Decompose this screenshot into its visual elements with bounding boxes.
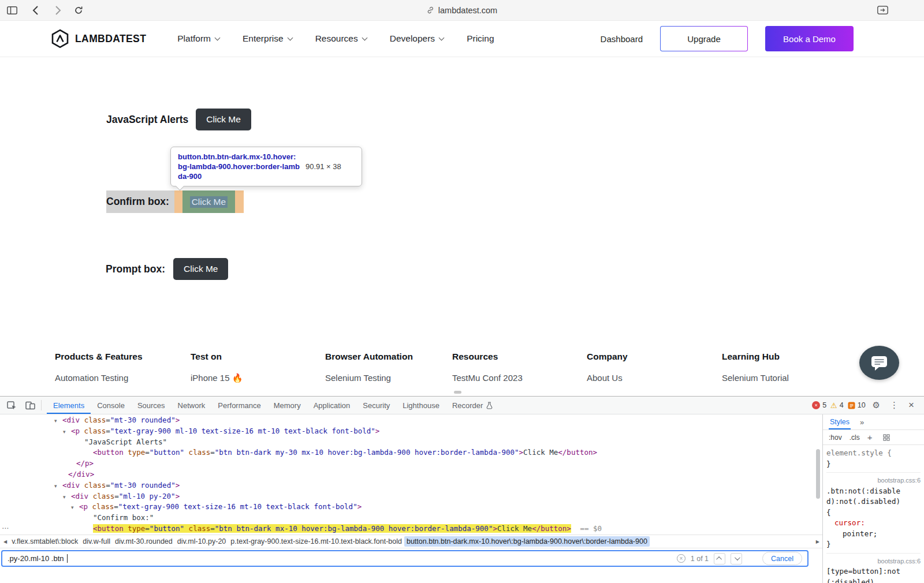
book-demo-button[interactable]: Book a Demo bbox=[765, 26, 854, 51]
devtools-tab-performance[interactable]: Performance bbox=[211, 397, 267, 414]
elements-scrollbar[interactable] bbox=[816, 449, 820, 499]
devtools-tab-network[interactable]: Network bbox=[172, 397, 212, 414]
margin-overlay-left bbox=[174, 190, 182, 213]
selected-node-flag: == $0 bbox=[576, 524, 602, 533]
elements-tree-node[interactable]: ▾<div class="ml-10 py-20"> bbox=[0, 491, 822, 502]
margin-overlay-right bbox=[235, 190, 244, 213]
devtools-tab-console[interactable]: Console bbox=[91, 397, 131, 414]
sidebar-expand-icon[interactable]: » bbox=[860, 418, 864, 427]
previous-match-button[interactable] bbox=[714, 553, 725, 565]
nav-item-developers[interactable]: Developers bbox=[390, 33, 444, 44]
expand-arrow-icon[interactable]: ▾ bbox=[71, 502, 79, 513]
nav-item-resources[interactable]: Resources bbox=[315, 33, 367, 44]
alerts-click-me-button[interactable]: Click Me bbox=[196, 109, 251, 130]
expand-arrow-icon[interactable]: ▾ bbox=[63, 492, 71, 503]
clear-search-icon[interactable]: × bbox=[677, 554, 685, 563]
flask-icon bbox=[486, 402, 493, 409]
crumbs-scroll-right-icon[interactable]: ▶ bbox=[816, 539, 819, 544]
expand-arrow-icon[interactable]: ▾ bbox=[54, 481, 62, 492]
issues-badge[interactable]: 10 bbox=[848, 401, 866, 409]
elements-tree[interactable]: ⋯ ▾<div class="mt-30 rounded">▾<p class=… bbox=[0, 414, 822, 535]
footer-link[interactable]: Automation Testing bbox=[55, 373, 143, 383]
devtools-tab-application[interactable]: Application bbox=[307, 397, 357, 414]
devtools-resize-handle[interactable] bbox=[454, 391, 461, 394]
dashboard-link[interactable]: Dashboard bbox=[601, 34, 643, 44]
upgrade-button[interactable]: Upgrade bbox=[660, 26, 748, 51]
elements-tree-node[interactable]: "JavaScript Alerts" bbox=[0, 437, 822, 448]
breadcrumb-item[interactable]: div.mt-30.rounded bbox=[113, 536, 175, 547]
browser-action-icon[interactable] bbox=[877, 6, 888, 14]
elements-tree-node[interactable]: </p> bbox=[0, 458, 822, 469]
breadcrumb-item[interactable]: button.btn.btn-dark.mx-10.hover\:bg-lamb… bbox=[404, 536, 650, 547]
inspect-tooltip: button.btn.btn-dark.mx-10.hover: bg-lamb… bbox=[170, 147, 362, 186]
breadcrumb-item[interactable]: p.text-gray-900.text-size-16.mt-10.text-… bbox=[228, 536, 404, 547]
console-warnings-badge[interactable]: ⚠ 4 bbox=[830, 401, 844, 409]
style-line-sel: d):not(.disabled) bbox=[826, 496, 921, 507]
confirm-click-me-button[interactable]: Click Me bbox=[182, 190, 235, 213]
footer-link[interactable]: TestMu Conf 2023 bbox=[452, 373, 523, 383]
footer-link[interactable]: iPhone 15 🔥 bbox=[191, 373, 243, 383]
nav-item-enterprise[interactable]: Enterprise bbox=[243, 33, 292, 44]
device-toolbar-icon[interactable] bbox=[21, 397, 39, 414]
grid-toggle-icon[interactable] bbox=[883, 434, 890, 441]
settings-gear-icon[interactable]: ⚙ bbox=[870, 400, 883, 410]
footer-column: Browser AutomationSelenium Testing bbox=[325, 352, 413, 383]
prompt-box-label: Prompt box: bbox=[106, 263, 165, 275]
expand-arrow-icon[interactable]: ▾ bbox=[63, 427, 71, 438]
more-options-icon[interactable]: ⋮ bbox=[887, 400, 901, 410]
element-dimensions: 90.91 × 38 bbox=[305, 162, 341, 171]
lambdatest-logo[interactable]: LAMBDATEST bbox=[51, 29, 146, 48]
confirm-box-label: Confirm box: bbox=[106, 190, 174, 213]
node-options-dots-icon[interactable]: ⋯ bbox=[2, 524, 9, 532]
devtools-tab-lighthouse[interactable]: Lighthouse bbox=[396, 397, 446, 414]
style-line-link[interactable]: bootstrap.css:6 bbox=[826, 472, 921, 486]
crumbs-scroll-left-icon[interactable]: ◀ bbox=[3, 539, 7, 544]
console-errors-badge[interactable]: × 5 bbox=[812, 401, 826, 409]
elements-tree-node[interactable]: <button type="button" class="btn btn-dar… bbox=[0, 524, 822, 535]
footer-link[interactable]: About Us bbox=[587, 373, 628, 383]
devtools-tab-memory[interactable]: Memory bbox=[267, 397, 307, 414]
sidebar-toggle-icon[interactable] bbox=[7, 6, 17, 14]
devtools-tab-recorder[interactable]: Recorder bbox=[446, 397, 499, 414]
footer-column: Test oniPhone 15 🔥 bbox=[191, 352, 243, 383]
elements-tree-node[interactable]: "Confirm box:" bbox=[0, 513, 822, 524]
elements-tree-node[interactable]: </div> bbox=[0, 469, 822, 480]
nav-item-pricing[interactable]: Pricing bbox=[467, 33, 494, 44]
url-text: lambdatest.com bbox=[438, 6, 497, 15]
back-icon[interactable] bbox=[32, 6, 39, 15]
footer-link[interactable]: Selenium Testing bbox=[325, 373, 413, 383]
address-bar[interactable]: lambdatest.com bbox=[427, 6, 497, 15]
styles-rules[interactable]: element.style {}bootstrap.css:6.btn:not(… bbox=[823, 445, 924, 583]
breadcrumb-item[interactable]: div.ml-10.py-20 bbox=[175, 536, 229, 547]
devtools-tab-elements[interactable]: Elements bbox=[47, 397, 91, 414]
elements-tree-node[interactable]: ▾<p class="text-gray-900 text-size-16 mt… bbox=[0, 502, 822, 513]
reload-icon[interactable] bbox=[74, 6, 83, 15]
logo-text: LAMBDATEST bbox=[75, 33, 146, 45]
confirm-box-row: Confirm box: Click Me bbox=[106, 190, 244, 213]
devtools-tab-security[interactable]: Security bbox=[356, 397, 396, 414]
class-toggle[interactable]: .cls bbox=[850, 433, 860, 442]
elements-tree-node[interactable]: ▾<div class="mt-30 rounded"> bbox=[0, 480, 822, 491]
footer-link[interactable]: Selenium Tutorial bbox=[722, 373, 789, 383]
inspect-element-icon[interactable] bbox=[2, 397, 21, 414]
elements-tree-node[interactable]: ▾<p class="text-gray-900 ml-10 text-size… bbox=[0, 426, 822, 437]
prompt-click-me-button[interactable]: Click Me bbox=[173, 258, 228, 280]
devtools-tab-sources[interactable]: Sources bbox=[131, 397, 172, 414]
elements-tree-node[interactable]: ▾<div class="mt-30 rounded"> bbox=[0, 415, 822, 426]
breadcrumb-item[interactable]: v.flex.smtablet\:block bbox=[9, 536, 80, 547]
pseudo-state-toggle[interactable]: :hov bbox=[829, 433, 842, 442]
chat-widget[interactable] bbox=[859, 346, 899, 380]
breadcrumb-item[interactable]: div.w-full bbox=[80, 536, 113, 547]
expand-arrow-icon[interactable]: ▾ bbox=[54, 416, 62, 427]
next-match-button[interactable] bbox=[731, 553, 742, 565]
style-line-link[interactable]: bootstrap.css:6 bbox=[826, 553, 921, 567]
new-style-rule-icon[interactable]: + bbox=[867, 432, 873, 442]
cancel-search-button[interactable]: Cancel bbox=[762, 552, 802, 565]
elements-tree-node[interactable]: <button type="button" class="btn btn-dar… bbox=[0, 447, 822, 458]
search-input[interactable]: .py-20.ml-10 .btn × 1 of 1 Cancel bbox=[1, 550, 808, 567]
nav-item-platform[interactable]: Platform bbox=[177, 33, 219, 44]
styles-tab[interactable]: Styles bbox=[829, 414, 851, 429]
forward-icon[interactable] bbox=[55, 6, 61, 15]
close-devtools-icon[interactable]: × bbox=[906, 399, 917, 411]
inspected-selector: button.btn.btn-dark.mx-10.hover: bg-lamb… bbox=[178, 152, 300, 181]
